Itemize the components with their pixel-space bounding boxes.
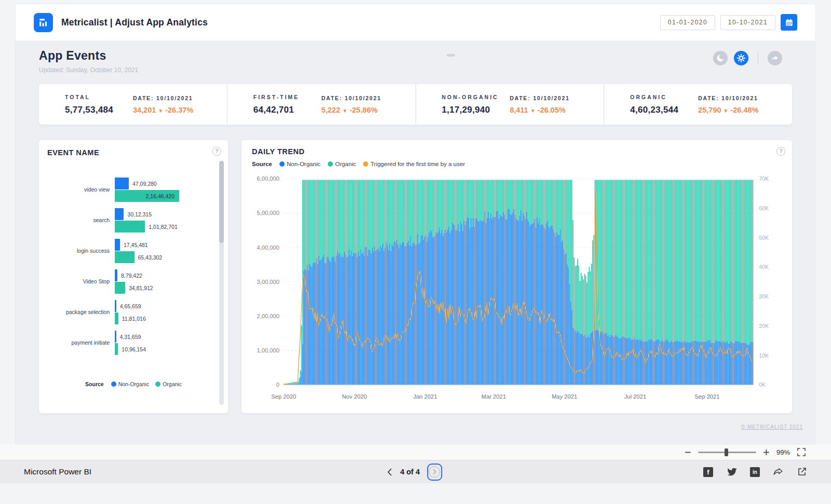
zoom-percent: 99%	[776, 448, 790, 456]
non-organic-bar[interactable]: 47,09,280	[115, 178, 129, 189]
chevron-right-icon	[433, 469, 437, 475]
zoom-out-button[interactable]	[685, 449, 691, 456]
panels-row: EVENT NAME ? video view47,09,2802,16,46,…	[39, 140, 792, 413]
kpi-card-organic: ORGANIC4,60,23,544DATE: 10/10/202125,790…	[604, 84, 792, 125]
event-panel-title: EVENT NAME	[47, 148, 220, 157]
event-bar-row: login success17,45,48165,43,302	[47, 236, 202, 266]
kpi-value: 5,77,53,484	[65, 105, 133, 115]
app-header: Metricalist | Adjust App Analytics 01-01…	[16, 4, 815, 40]
brand: Metricalist | Adjust App Analytics	[34, 13, 208, 32]
svg-text:20K: 20K	[759, 323, 769, 329]
non-organic-bar[interactable]: 17,45,481	[115, 239, 120, 251]
kpi-strip: TOTAL5,77,53,484DATE: 10/10/202134,201▼-…	[39, 84, 792, 125]
event-bar-row: Video Stop8,79,42234,81,912	[47, 266, 202, 297]
organic-bar[interactable]: 10,96,154	[115, 343, 118, 355]
help-icon[interactable]: ?	[776, 147, 785, 156]
fit-to-screen-button[interactable]	[797, 447, 806, 457]
svg-text:0K: 0K	[759, 382, 766, 388]
open-in-new-window-icon[interactable]	[797, 467, 807, 477]
non-organic-bar[interactable]: 30,12,315	[115, 208, 124, 220]
event-name-panel: EVENT NAME ? video view47,09,2802,16,46,…	[39, 140, 228, 413]
date-to-input[interactable]: 10-10-2021	[720, 15, 775, 30]
svg-text:60K: 60K	[759, 205, 769, 211]
legend-dot-icon	[111, 382, 116, 387]
svg-text:Jan 2021: Jan 2021	[413, 393, 437, 400]
legend-dot-icon	[363, 161, 368, 167]
kpi-delta: 8,411▼-26.05%	[510, 106, 570, 114]
right-gridmarks	[721, 179, 754, 355]
twitter-icon[interactable]	[726, 467, 737, 478]
organic-bar[interactable]: 1,01,82,701	[115, 221, 145, 233]
legend-item: Non-Organic	[279, 161, 320, 167]
legend-item: Organic	[328, 161, 356, 167]
legend-item: Non-Organic	[111, 381, 150, 387]
legend-title: Source	[85, 381, 104, 387]
legend-dot-icon	[279, 161, 285, 167]
bar-value-label: 2,16,46,420	[146, 193, 175, 199]
svg-text:70K: 70K	[759, 175, 769, 182]
kpi-date-label: DATE: 10/10/2021	[133, 95, 193, 101]
date-from-input[interactable]: 01-01-2020	[660, 15, 715, 30]
zoom-slider-knob[interactable]	[725, 448, 728, 456]
date-range: 01-01-2020 10-10-2021	[660, 14, 797, 31]
zoom-slider[interactable]	[698, 452, 756, 453]
share-icon[interactable]	[773, 467, 784, 478]
non-organic-bar[interactable]: 8,79,422	[115, 269, 117, 281]
svg-text:6,00,000: 6,00,000	[257, 175, 279, 182]
non-organic-bar[interactable]: 4,65,659	[115, 300, 116, 312]
trend-panel-title: DAILY TREND	[252, 147, 782, 156]
app-title: Metricalist | Adjust App Analytics	[61, 17, 208, 28]
event-legend: SourceNon-OrganicOrganic	[47, 381, 220, 387]
daily-trend-panel: DAILY TREND ? SourceNon-OrganicOrganicTr…	[242, 140, 792, 413]
facebook-icon[interactable]: f	[703, 467, 713, 477]
next-page-inner	[429, 466, 440, 478]
previous-page-button[interactable]	[386, 468, 393, 476]
kpi-value: 4,60,23,544	[630, 105, 698, 115]
social-links: f in	[703, 467, 807, 478]
calendar-button[interactable]	[781, 14, 797, 31]
powerbi-brand: Microsoft Power BI	[24, 467, 91, 476]
metricalist-link[interactable]: © METRICALIST 2021	[741, 424, 803, 430]
bar-value-label: 34,81,912	[129, 285, 153, 291]
organic-bar[interactable]: 65,43,302	[115, 251, 135, 263]
scrollbar[interactable]	[219, 161, 224, 405]
kpi-card-total: TOTAL5,77,53,484DATE: 10/10/202134,201▼-…	[39, 84, 227, 125]
kpi-label: NON-ORGANIC	[442, 94, 510, 100]
down-triangle-icon: ▼	[530, 108, 535, 114]
non-organic-bar[interactable]: 4,31,659	[115, 331, 116, 343]
page-background: Metricalist | Adjust App Analytics 01-01…	[0, 0, 831, 444]
organic-bar[interactable]: 2,16,46,420	[115, 190, 179, 202]
bar-value-label: 8,79,422	[121, 273, 142, 279]
divider	[758, 51, 758, 65]
event-category-label: search	[47, 217, 115, 224]
svg-text:1,00,000: 1,00,000	[257, 347, 279, 353]
bar-value-label: 17,45,481	[124, 242, 148, 248]
event-bar-chart: video view47,09,2802,16,46,420search30,1…	[47, 174, 220, 358]
legend-item: Organic	[155, 381, 182, 387]
help-icon[interactable]: ?	[212, 147, 221, 156]
svg-text:3,00,000: 3,00,000	[257, 279, 279, 285]
scrollbar-thumb[interactable]	[219, 161, 224, 243]
filter-pane-handle[interactable]	[447, 54, 455, 57]
organic-bar[interactable]: 11,81,016	[115, 312, 118, 324]
down-triangle-icon: ▼	[342, 108, 347, 114]
bar-value-label: 47,09,280	[132, 181, 157, 187]
down-triangle-icon: ▼	[723, 108, 729, 114]
next-page-button[interactable]	[427, 464, 442, 481]
zoom-in-button[interactable]	[763, 449, 770, 456]
forward-button[interactable]	[768, 51, 782, 65]
kpi-value: 1,17,29,940	[442, 105, 510, 115]
dark-mode-toggle[interactable]	[713, 51, 728, 65]
legend-dot-icon	[155, 382, 160, 387]
kpi-value: 64,42,701	[253, 105, 321, 115]
svg-text:2,00,000: 2,00,000	[257, 313, 279, 319]
legend-title: Source	[252, 161, 272, 167]
settings-button[interactable]	[734, 51, 748, 65]
organic-bar[interactable]: 34,81,912	[115, 282, 125, 294]
svg-text:10K: 10K	[759, 352, 769, 359]
kpi-label: TOTAL	[65, 94, 133, 100]
gear-icon	[736, 53, 746, 63]
down-triangle-icon: ▼	[158, 108, 163, 114]
linkedin-icon[interactable]: in	[750, 467, 760, 477]
event-category-label: video view	[47, 186, 115, 193]
